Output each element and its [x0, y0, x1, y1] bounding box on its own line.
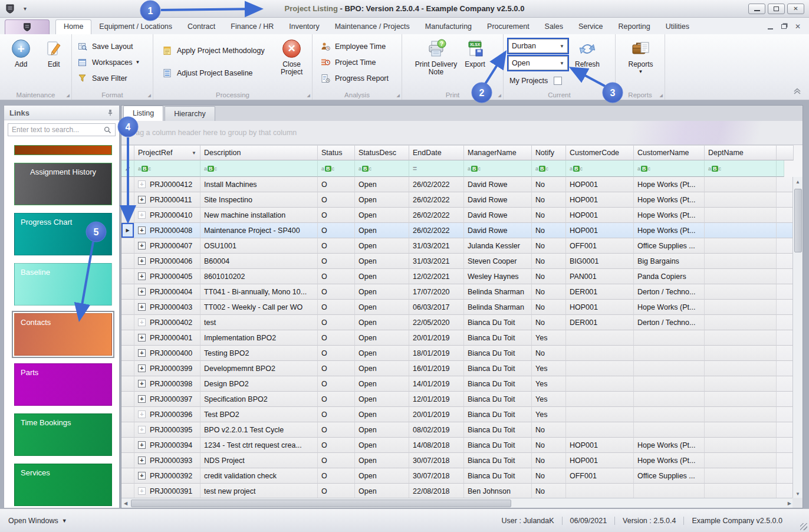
- tab-equipment-locations[interactable]: Equipment / Locations: [91, 19, 180, 34]
- ribbon-close-icon[interactable]: ✕: [795, 22, 801, 31]
- tab-finance-hr[interactable]: Finance / HR: [223, 19, 281, 34]
- site-combobox[interactable]: Durban ▼: [508, 39, 568, 53]
- table-row[interactable]: ▶+PRJ0000408Maintenance Project - SP400O…: [121, 223, 794, 238]
- table-row[interactable]: +PRJ0000391test new projectOOpen22/08/20…: [121, 484, 794, 499]
- col-header-projectref[interactable]: ProjectRef▼: [134, 145, 200, 160]
- progress-report-button[interactable]: Progress Report: [317, 70, 392, 86]
- table-row[interactable]: +PRJ0000400Testing BPO2OOpen18/01/2019Bi…: [121, 346, 794, 361]
- vscroll-thumb[interactable]: [794, 189, 802, 252]
- ribbon-collapse-icon[interactable]: [792, 86, 802, 97]
- print-delivery-note-button[interactable]: ? Print Delivery Note: [415, 37, 458, 77]
- expand-row-button[interactable]: +: [138, 349, 146, 357]
- scroll-left-icon[interactable]: ◀: [121, 501, 130, 506]
- refresh-button[interactable]: Refresh: [570, 37, 604, 68]
- table-row[interactable]: +PRJ00004058601010202OOpen12/02/2021Wesl…: [121, 269, 794, 284]
- quick-access-dropdown-icon[interactable]: ▾: [24, 5, 27, 12]
- workspaces-button[interactable]: Workspaces ▼: [74, 54, 143, 70]
- close-button[interactable]: ✕: [787, 4, 804, 14]
- close-project-button[interactable]: ✕ Close Project: [275, 37, 308, 77]
- col-header-status[interactable]: Status: [318, 145, 355, 160]
- table-row[interactable]: +PRJ0000402testOOpen22/05/2020Bianca Du …: [121, 315, 794, 330]
- expand-row-button[interactable]: +: [138, 457, 146, 464]
- expand-row-button[interactable]: +: [138, 196, 146, 203]
- tab-contract[interactable]: Contract: [180, 19, 223, 34]
- ribbon-minimize-icon[interactable]: [768, 28, 773, 29]
- vertical-scrollbar[interactable]: ▲ ▼: [792, 177, 803, 499]
- expand-row-button[interactable]: +: [138, 472, 146, 480]
- col-header-statusdesc[interactable]: StatusDesc: [355, 145, 409, 160]
- save-layout-button[interactable]: Save Layout: [74, 38, 143, 54]
- tab-maintenance-projects[interactable]: Maintenance / Projects: [327, 19, 417, 34]
- table-row[interactable]: +PRJ0000397Specification BPO2OOpen12/01/…: [121, 392, 794, 407]
- sidebar-tile-services[interactable]: Services: [14, 464, 112, 506]
- table-row[interactable]: +PRJ0000404TT041 - Bi-annually, Mono 10.…: [121, 284, 794, 300]
- expand-row-button[interactable]: +: [138, 364, 146, 372]
- tab-service[interactable]: Service: [571, 19, 611, 34]
- sidebar-tile-parts[interactable]: Parts: [14, 363, 112, 406]
- reports-button[interactable]: Reports ▼: [623, 37, 659, 75]
- col-header-enddate[interactable]: EndDate: [409, 145, 464, 160]
- application-button[interactable]: [5, 19, 50, 34]
- table-row[interactable]: +PRJ0000401Implementation BPO2OOpen20/01…: [121, 330, 794, 346]
- table-row[interactable]: +PRJ0000392credit validation checkOOpen3…: [121, 468, 794, 484]
- table-row[interactable]: +PRJ0000412Install MachinesOOpen26/02/20…: [121, 177, 794, 192]
- expand-row-button[interactable]: +: [138, 242, 146, 249]
- view-tab-hierarchy[interactable]: Hierarchy: [165, 106, 215, 121]
- col-header-customercode[interactable]: CustomerCode: [566, 145, 634, 160]
- col-header-customername[interactable]: CustomerName: [634, 145, 705, 160]
- expand-row-button[interactable]: +: [138, 257, 146, 265]
- table-row[interactable]: +PRJ0000399Developmemnt BPO2OOpen16/01/2…: [121, 361, 794, 376]
- group-by-bar[interactable]: Drag a column header here to group by th…: [121, 121, 803, 145]
- filter-cell-managername[interactable]: aBc: [464, 160, 532, 177]
- table-row[interactable]: +PRJ0000398Design BPO2OOpen14/01/2019Bia…: [121, 376, 794, 392]
- expand-row-button[interactable]: +: [138, 334, 146, 341]
- project-time-button[interactable]: Project Time: [317, 54, 392, 70]
- tab-utilities[interactable]: Utilities: [658, 19, 697, 34]
- expand-row-button[interactable]: +: [138, 303, 146, 311]
- tab-home[interactable]: Home: [55, 19, 91, 34]
- sidebar-tile-partial[interactable]: [14, 145, 112, 155]
- scroll-up-icon[interactable]: ▲: [795, 177, 800, 187]
- expand-row-button[interactable]: +: [138, 272, 146, 280]
- tab-procurement[interactable]: Procurement: [479, 19, 537, 34]
- status-combobox[interactable]: Open ▼: [508, 56, 568, 70]
- filter-cell-deptname[interactable]: aBc: [705, 160, 777, 177]
- expand-row-button[interactable]: +: [138, 395, 146, 403]
- print-dialog-launcher[interactable]: ◢: [498, 93, 501, 98]
- processing-dialog-launcher[interactable]: ◢: [307, 93, 310, 98]
- export-button[interactable]: XLSX Export: [459, 37, 492, 68]
- employee-time-button[interactable]: Employee Time: [317, 38, 392, 54]
- filter-cell-customercode[interactable]: aBc: [566, 160, 634, 177]
- horizontal-scrollbar[interactable]: ◀ ▶: [121, 498, 794, 508]
- sidebar-tile-assignment-history[interactable]: Assignment History: [14, 163, 112, 205]
- format-dialog-launcher[interactable]: ◢: [148, 93, 151, 98]
- expand-row-button[interactable]: +: [138, 380, 146, 387]
- search-input[interactable]: [12, 126, 104, 134]
- tab-reporting[interactable]: Reporting: [611, 19, 658, 34]
- filter-cell-projectref[interactable]: aBc: [134, 160, 200, 177]
- adjust-project-baseline-button[interactable]: Adjust Project Baseline: [159, 62, 268, 84]
- table-row[interactable]: +PRJ0000410New machine installationOOpen…: [121, 208, 794, 223]
- pin-icon[interactable]: [107, 109, 114, 116]
- edit-button[interactable]: Edit: [38, 37, 70, 68]
- resize-grip[interactable]: [800, 523, 807, 530]
- add-button[interactable]: + Add: [5, 37, 37, 68]
- table-row[interactable]: +PRJ0000396Test BPO2OOpen20/01/2019Bianc…: [121, 407, 794, 422]
- reports-dialog-launcher[interactable]: ◢: [660, 93, 663, 98]
- sidebar-tile-time-bookings[interactable]: Time Bookings: [14, 413, 112, 456]
- hscroll-thumb[interactable]: [131, 500, 511, 507]
- table-row[interactable]: +PRJ00003941234 - Test ctrt request crea…: [121, 438, 794, 453]
- table-row[interactable]: +PRJ0000395BPO v2.2.0.1 Test CycleOOpen0…: [121, 422, 794, 438]
- sidebar-tile-contacts[interactable]: Contacts: [14, 313, 112, 356]
- table-row[interactable]: +PRJ0000411Site InspectinoOOpen26/02/202…: [121, 192, 794, 208]
- filter-cell-enddate[interactable]: =: [409, 160, 464, 177]
- maintenance-dialog-launcher[interactable]: ◢: [67, 93, 70, 98]
- my-projects-checkbox[interactable]: [554, 77, 562, 85]
- table-row[interactable]: +PRJ0000406B60004OOpen31/03/2021Steven C…: [121, 254, 794, 269]
- tab-sales[interactable]: Sales: [537, 19, 571, 34]
- col-header-notify[interactable]: Notify: [532, 145, 566, 160]
- ribbon-restore-icon[interactable]: [781, 24, 787, 29]
- apply-project-methodology-button[interactable]: Apply Project Methodology: [159, 40, 268, 62]
- tab-inventory[interactable]: Inventory: [281, 19, 327, 34]
- table-row[interactable]: +PRJ0000393NDS ProjectOOpen30/07/2018Bia…: [121, 453, 794, 468]
